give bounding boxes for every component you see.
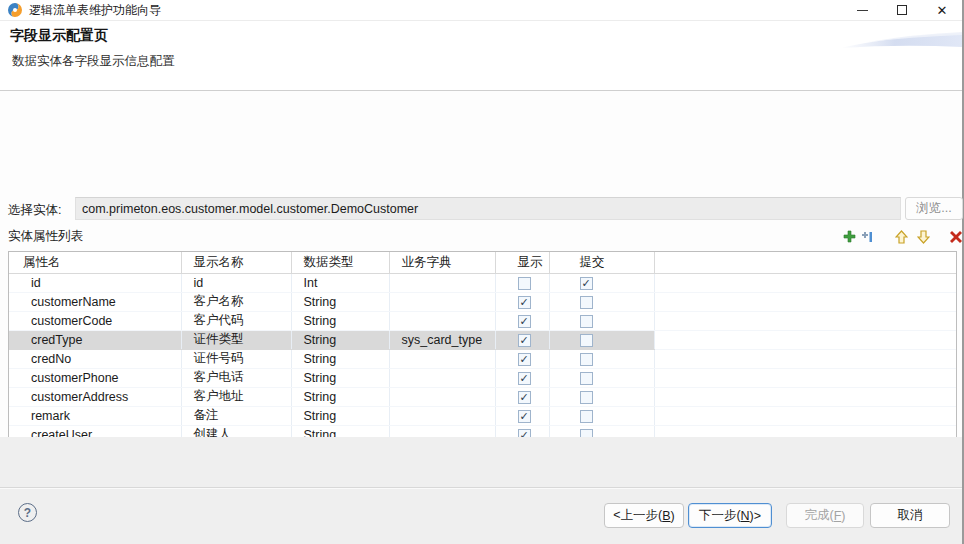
submit-checkbox[interactable] [580, 391, 593, 404]
submit-checkbox[interactable] [580, 410, 593, 423]
maximize-icon [897, 5, 907, 15]
submit-checkbox[interactable] [580, 353, 593, 366]
show-checkbox[interactable] [518, 391, 531, 404]
close-button[interactable]: ✕ [922, 0, 962, 20]
wizard-dialog: 逻辑流单表维护功能向导 ✕ 字段显示配置页 数据实体各字段显示信息配置 选择实体… [0, 0, 964, 544]
table-row[interactable]: customerCode 客户代码 String [9, 311, 956, 330]
show-checkbox[interactable] [518, 315, 531, 328]
finish-button: 完成(F) [786, 503, 864, 528]
submit-checkbox[interactable] [580, 277, 593, 290]
delete-row-button[interactable] [948, 229, 963, 244]
wizard-content: 选择实体: com.primeton.eos.customer.model.cu… [0, 91, 962, 437]
col-header-dictionary[interactable]: 业务字典 [389, 252, 495, 273]
table-row[interactable]: customerPhone 客户电话 String [9, 368, 956, 387]
insert-row-button[interactable] [859, 229, 874, 244]
cancel-button[interactable]: 取消 [870, 503, 950, 528]
table-row[interactable]: customerAddress 客户地址 String [9, 387, 956, 406]
app-logo-icon [8, 3, 22, 17]
col-header-spacer [654, 252, 956, 273]
col-header-show[interactable]: 显示 [495, 252, 549, 273]
submit-checkbox[interactable] [580, 315, 593, 328]
add-icon [843, 230, 856, 243]
show-checkbox[interactable] [518, 353, 531, 366]
submit-checkbox[interactable] [580, 296, 593, 309]
separator [0, 487, 962, 489]
table-row[interactable]: credType 证件类型 String sys_card_type [9, 330, 956, 349]
finish-label: 完成( [805, 507, 834, 524]
col-header-property-name[interactable]: 属性名 [9, 252, 181, 273]
move-up-button[interactable] [894, 229, 909, 244]
insert-icon [861, 231, 873, 243]
table-row[interactable]: remark 备注 String [9, 406, 956, 425]
maximize-button[interactable] [882, 0, 922, 20]
next-button[interactable]: 下一步(N)> [688, 503, 772, 528]
window-controls: ✕ [842, 0, 962, 20]
help-button[interactable]: ? [18, 503, 37, 522]
submit-checkbox[interactable] [580, 372, 593, 385]
show-checkbox[interactable] [518, 372, 531, 385]
next-label: 下一步( [699, 507, 741, 524]
show-checkbox[interactable] [518, 277, 531, 290]
entity-label: 选择实体: [8, 202, 61, 219]
table-row[interactable]: customerName 客户名称 String [9, 292, 956, 311]
page-title: 字段显示配置页 [10, 27, 108, 45]
wizard-banner: 字段显示配置页 数据实体各字段显示信息配置 [0, 22, 962, 91]
col-header-data-type[interactable]: 数据类型 [291, 252, 389, 273]
browse-button[interactable]: 浏览... [905, 197, 963, 220]
show-checkbox[interactable] [518, 334, 531, 347]
move-up-icon [895, 230, 908, 244]
property-list-toolbar [840, 229, 962, 245]
table-row[interactable]: id id Int [9, 273, 956, 292]
move-down-button[interactable] [916, 229, 931, 244]
col-header-submit[interactable]: 提交 [549, 252, 654, 273]
submit-checkbox[interactable] [580, 334, 593, 347]
back-label: <上一步( [613, 507, 662, 524]
move-down-icon [917, 230, 930, 244]
show-checkbox[interactable] [518, 296, 531, 309]
button-bar: ? <上一步(B) 下一步(N)> 完成(F) 取消 [0, 437, 962, 544]
page-subtitle: 数据实体各字段显示信息配置 [12, 53, 175, 70]
col-header-display-name[interactable]: 显示名称 [181, 252, 291, 273]
show-checkbox[interactable] [518, 410, 531, 423]
close-icon: ✕ [937, 4, 948, 17]
add-row-button[interactable] [842, 229, 857, 244]
back-button[interactable]: <上一步(B) [604, 503, 684, 528]
minimize-icon [857, 10, 868, 11]
delete-icon [950, 231, 962, 243]
table-row[interactable]: credNo 证件号码 String [9, 349, 956, 368]
table-header-row: 属性名 显示名称 数据类型 业务字典 显示 提交 [9, 252, 956, 273]
title-bar: 逻辑流单表维护功能向导 ✕ [0, 0, 962, 21]
property-list-label: 实体属性列表 [8, 228, 83, 245]
window-title: 逻辑流单表维护功能向导 [29, 2, 161, 19]
help-icon: ? [24, 506, 31, 520]
banner-swoosh-decoration [840, 26, 962, 52]
minimize-button[interactable] [842, 0, 882, 20]
entity-input[interactable]: com.primeton.eos.customer.model.customer… [75, 197, 901, 220]
